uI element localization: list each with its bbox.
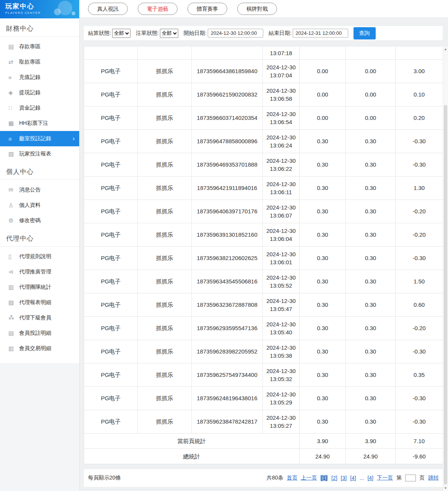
cashout-icon: ◈ (8, 89, 19, 96)
cell-valid-amount: 0.30 (346, 200, 396, 223)
bet-status-label: 注單狀態: (136, 30, 159, 37)
sidebar-item-label: 玩家投注報表 (19, 151, 51, 157)
scroll-down-arrow-icon[interactable]: ▼ (443, 486, 448, 491)
tab-真人視訊[interactable]: 真人視訊 (88, 3, 128, 15)
cell-game: 抓抓乐 (138, 176, 192, 200)
page-link[interactable]: [4] (367, 475, 373, 481)
sidebar-section-items: ✉ 消息公告 › ♙ 個人資料 › ⚙ 修改密碼 › (0, 182, 79, 228)
jump-button[interactable]: 跳转 (428, 475, 439, 481)
cell-bet-id: 1873596603714020354 (192, 106, 263, 129)
query-button[interactable]: 查詢 (354, 27, 376, 39)
gear-icon: ⚙ (8, 217, 19, 224)
cell-bet-amount: 0.30 (300, 223, 346, 246)
summary-bet-amount: 24.90 (300, 448, 346, 464)
cell-platform: PG电子 (84, 223, 138, 246)
game-category-tabs: 真人視訊 電子遊藝 體育賽事 棋牌對戰 (80, 0, 448, 17)
cell-win-loss: -0.20 (396, 223, 443, 246)
sidebar-item-rules-doc[interactable]: ▯ 代理規則說明 › (0, 249, 79, 264)
sidebar-item-sub-members[interactable]: ⁂ 代理下級會員 › (0, 310, 79, 326)
rules-doc-icon: ▯ (8, 253, 19, 260)
page-link[interactable]: 首页 (287, 475, 297, 481)
bet-detail-icon: ▤ (8, 330, 19, 337)
cell-bet-time: 13:07:18 (263, 47, 300, 59)
total-count: 共80条 (267, 475, 283, 481)
cell-valid-amount: 0.30 (346, 153, 396, 176)
sidebar-item-bet-report[interactable]: ▧ 玩家投注報表 › (0, 146, 79, 162)
cell-game: 抓抓乐 (138, 246, 192, 270)
cell-bet-amount: 0.00 (300, 59, 346, 83)
settle-status-label: 結算狀態: (88, 30, 111, 37)
sidebar-menu: 財務中心 ▤ 存款專區 › ⇄ 取款專區 › ¤ 充值記錄 › ◈ 提現記錄 ›… (0, 18, 79, 363)
cell-bet-id (192, 47, 263, 59)
page-link[interactable]: [2] (331, 475, 337, 481)
sidebar-item-label: 代理團隊統計 (19, 284, 51, 291)
sidebar-item-withdraw[interactable]: ⇄ 取款專區 › (0, 54, 79, 70)
bet-records-table: 13:07:18 PG电子 抓抓乐 1873596643861859840 20… (84, 47, 443, 464)
summary-row: 當前頁統計 3.90 3.90 7.10 (84, 433, 443, 448)
page-link[interactable]: [3] (341, 475, 347, 481)
sidebar-item-report-detail[interactable]: ▨ 代理報表明細 › (0, 295, 79, 310)
sidebar-item-recharge[interactable]: ¤ 充值記錄 › (0, 70, 79, 85)
withdraw-icon: ⇄ (8, 59, 19, 65)
cell-bet-time: 2024-12-30 13:06:01 (263, 246, 300, 270)
scroll-up-arrow-icon[interactable]: ▲ (443, 47, 448, 52)
cell-bet-time: 2024-12-30 13:07:04 (263, 59, 300, 83)
summary-label: 總統計 (84, 448, 300, 464)
summary-bet-amount: 3.90 (300, 433, 346, 448)
page-current[interactable]: [1] (320, 475, 328, 481)
cell-valid-amount: 0.30 (346, 293, 396, 316)
page-jump-input[interactable] (405, 475, 416, 481)
sidebar-item-label: 消息公告 (19, 187, 41, 193)
tab-棋牌對戰[interactable]: 棋牌對戰 (237, 3, 277, 15)
sidebar-item-share[interactable]: ⊲ 代理推廣管理 › (0, 264, 79, 280)
tab-電子遊藝[interactable]: 電子遊藝 (138, 3, 178, 15)
cell-bet-amount: 0.30 (300, 200, 346, 223)
cell-platform: PG电子 (84, 59, 138, 83)
scrollbar-thumb[interactable] (444, 105, 447, 484)
bet-report-icon: ▧ (8, 151, 19, 157)
sidebar-item-gear[interactable]: ⚙ 修改密碼 › (0, 213, 79, 228)
sidebar-item-room-bet[interactable]: ≡ 廳室投註記錄 › (0, 131, 79, 146)
cell-bet-amount: 0.30 (300, 363, 346, 386)
cell-bet-time: 2024-12-30 13:05:29 (263, 386, 300, 410)
sidebar-section-items: ▤ 存款專區 › ⇄ 取款專區 › ¤ 充值記錄 › ◈ 提現記錄 › ∷ 資金… (0, 39, 79, 162)
sidebar-item-funds[interactable]: ∷ 資金記錄 › (0, 100, 79, 116)
cell-bet-id: 1873596643861859840 (192, 59, 263, 83)
cell-bet-amount: 0.30 (300, 316, 346, 340)
cell-bet-amount: 0.30 (300, 270, 346, 293)
sidebar-item-label: 取款專區 (19, 59, 41, 65)
cell-platform: PG电子 (84, 363, 138, 386)
sidebar-item-label: HH彩票下注 (19, 120, 48, 127)
cell-valid-amount: 0.00 (346, 106, 396, 129)
sidebar-item-label: 充值記錄 (19, 74, 41, 81)
table-row: PG电子 抓抓乐 1873596469353701888 2024-12-30 … (84, 153, 443, 176)
funds-icon: ∷ (8, 105, 19, 111)
cell-game: 抓抓乐 (138, 363, 192, 386)
start-date-input[interactable] (208, 29, 263, 38)
table-row: PG电子 抓抓乐 1873596391301852160 2024-12-30 … (84, 223, 443, 246)
start-date-label: 開始日期: (184, 30, 207, 37)
cell-bet-id: 1873596421911894016 (192, 176, 263, 200)
end-date-input[interactable] (293, 29, 348, 38)
page-link[interactable]: 下一页 (377, 475, 393, 481)
sidebar-item-bet-detail[interactable]: ▤ 會員投註明細 › (0, 326, 79, 341)
table-scrollbar[interactable]: ▲ ▼ (443, 47, 448, 491)
sidebar-item-lottery[interactable]: ▦ HH彩票下注 › (0, 116, 79, 131)
sidebar-item-user[interactable]: ♙ 個人資料 › (0, 198, 79, 213)
tab-體育賽事[interactable]: 體育賽事 (187, 3, 227, 15)
sidebar-item-deposit[interactable]: ▤ 存款專區 › (0, 39, 79, 54)
sidebar-item-team-stats[interactable]: ▥ 代理團隊統計 › (0, 280, 79, 295)
cell-valid-amount: 0.30 (346, 270, 396, 293)
page-link[interactable]: [4] (350, 475, 356, 481)
cell-win-loss: -0.30 (396, 129, 443, 153)
sidebar-item-bell[interactable]: ✉ 消息公告 › (0, 182, 79, 198)
table-row: PG电子 抓抓乐 1873596323672887808 2024-12-30 … (84, 293, 443, 316)
cell-win-loss: 0.35 (396, 363, 443, 386)
settle-status-select[interactable]: 全部 (112, 29, 130, 38)
cell-valid-amount: 0.30 (346, 363, 396, 386)
sidebar-item-trade-detail[interactable]: ▥ 會員交易明細 › (0, 341, 79, 356)
page-link[interactable]: 上一页 (301, 475, 317, 481)
bet-status-select[interactable]: 全部 (160, 29, 178, 38)
sidebar-item-cashout[interactable]: ◈ 提現記錄 › (0, 85, 79, 100)
cell-platform: PG电子 (84, 293, 138, 316)
